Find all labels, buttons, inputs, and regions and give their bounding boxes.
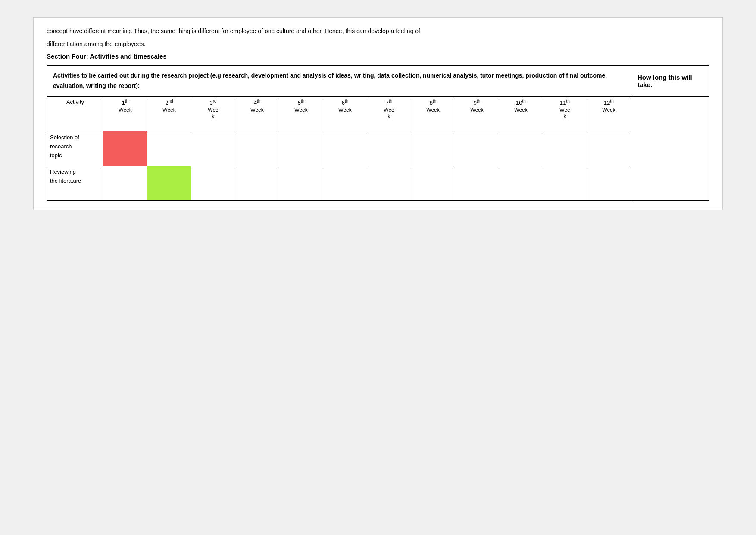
row2-week12-cell: [587, 166, 631, 200]
how-long-header: How long this will take:: [631, 69, 709, 94]
table-row: Reviewingthe literature: [47, 166, 631, 200]
activity-grid: Activity 1th Week 2nd Week: [47, 97, 631, 200]
row1-week11-cell: [543, 131, 587, 166]
outer-table: Activities to be carried out during the …: [47, 65, 709, 201]
row1-week1-cell: [103, 131, 147, 166]
row1-week7-cell: [367, 131, 411, 166]
activity-column-header: Activity: [47, 97, 103, 131]
activity-name-1: Selection ofresearchtopic: [47, 131, 103, 166]
week-11-header: 11th Wee k: [543, 97, 587, 131]
week-6-header: 6th Week: [323, 97, 367, 131]
week-8-header: 8th Week: [411, 97, 455, 131]
week-9-header: 9th Week: [455, 97, 499, 131]
intro-line-1: concept have different meaning. Thus, th…: [47, 26, 709, 36]
row2-week6-cell: [323, 166, 367, 200]
row2-week7-cell: [367, 166, 411, 200]
page-container: concept have different meaning. Thus, th…: [33, 17, 723, 210]
week-5-header: 5th Week: [279, 97, 323, 131]
row2-week2-cell: [147, 166, 191, 200]
week-2-header: 2nd Week: [147, 97, 191, 131]
row1-week2-cell: [147, 131, 191, 166]
activity-label: Activity: [66, 99, 84, 105]
row1-week8-cell: [411, 131, 455, 166]
week-7-header: 7th Wee k: [367, 97, 411, 131]
row2-week9-cell: [455, 166, 499, 200]
row1-week6-cell: [323, 131, 367, 166]
row2-week3-cell: [191, 166, 235, 200]
row1-week3-cell: [191, 131, 235, 166]
section-heading: Section Four: Activities and timescales: [47, 53, 709, 60]
row2-week8-cell: [411, 166, 455, 200]
table-row: Selection ofresearchtopic: [47, 131, 631, 166]
activities-header: Activities to be carried out during the …: [47, 66, 631, 97]
row2-week5-cell: [279, 166, 323, 200]
row1-week9-cell: [455, 131, 499, 166]
row1-week5-cell: [279, 131, 323, 166]
row1-week4-cell: [235, 131, 279, 166]
activity-name-2: Reviewingthe literature: [47, 166, 103, 200]
row2-week11-cell: [543, 166, 587, 200]
row2-week4-cell: [235, 166, 279, 200]
row1-week10-cell: [499, 131, 543, 166]
week-1-header: 1th Week: [103, 97, 147, 131]
intro-line-2: differentiation among the employees.: [47, 39, 709, 49]
row1-week12-cell: [587, 131, 631, 166]
week-4-header: 4th Week: [235, 97, 279, 131]
week-3-header: 3rd Wee k: [191, 97, 235, 131]
week-12-header: 12th Week: [587, 97, 631, 131]
row2-week1-cell: [103, 166, 147, 200]
row2-week10-cell: [499, 166, 543, 200]
header-row: Activity 1th Week 2nd Week: [47, 97, 631, 131]
week-10-header: 10th Week: [499, 97, 543, 131]
